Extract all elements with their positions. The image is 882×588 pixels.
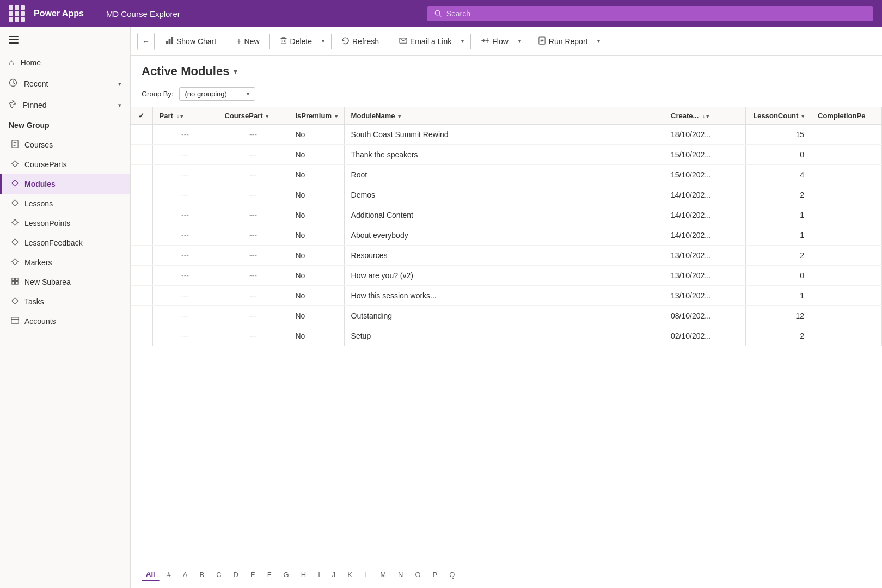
cell-part: --- (152, 286, 218, 306)
modules-icon (11, 179, 19, 189)
table-row[interactable]: --- --- No South Coast Summit Rewind 18/… (131, 125, 882, 145)
pagination-letter-d[interactable]: D (229, 568, 243, 581)
table-row[interactable]: --- --- No How are you? (v2) 13/10/202..… (131, 266, 882, 286)
groupby-select[interactable]: (no grouping) ▾ (179, 87, 255, 101)
sidebar-item-markers[interactable]: Markers (0, 253, 130, 272)
col-coursepart[interactable]: CoursePart ▾ (218, 107, 289, 125)
col-check[interactable]: ✓ (131, 107, 152, 125)
show-chart-button[interactable]: Show Chart (160, 33, 222, 50)
sidebar-item-pinned[interactable]: Pinned ▾ (0, 95, 130, 115)
sidebar-item-courses[interactable]: Courses (0, 135, 130, 155)
col-ispremium[interactable]: isPremium ▾ (289, 107, 344, 125)
cell-ispremium: No (289, 145, 344, 165)
pagination-letter-n[interactable]: N (394, 568, 407, 581)
sidebar-item-lessons[interactable]: Lessons (0, 194, 130, 213)
pagination-letter-p[interactable]: P (428, 568, 442, 581)
flow-chevron-icon[interactable]: ▾ (516, 35, 523, 47)
sidebar-item-modules[interactable]: Modules (0, 174, 130, 194)
pagination-letter-l[interactable]: L (360, 568, 372, 581)
run-report-chevron-icon[interactable]: ▾ (595, 35, 602, 47)
cell-modulename[interactable]: How this session works... (344, 286, 664, 306)
table-row[interactable]: --- --- No Additional Content 14/10/202.… (131, 205, 882, 225)
flow-button[interactable]: Flow (475, 33, 514, 50)
courses-icon (11, 140, 19, 150)
cell-modulename[interactable]: Outstanding (344, 306, 664, 326)
cell-modulename[interactable]: Resources (344, 246, 664, 266)
cell-check (131, 165, 152, 185)
separator-3 (331, 34, 332, 49)
cell-modulename[interactable]: Setup (344, 326, 664, 346)
pagination-letter-q[interactable]: Q (445, 568, 459, 581)
sidebar-toggle[interactable] (0, 27, 130, 52)
table-row[interactable]: --- --- No How this session works... 13/… (131, 286, 882, 306)
cell-modulename[interactable]: South Coast Summit Rewind (344, 125, 664, 145)
pagination-letter-all[interactable]: All (142, 568, 160, 581)
page-header: Active Modules ▾ (131, 56, 882, 83)
separator-2 (270, 34, 270, 49)
sidebar-item-lessonfeedback[interactable]: LessonFeedback (0, 233, 130, 253)
pagination-letter-k[interactable]: K (343, 568, 357, 581)
pagination-letter-e[interactable]: E (246, 568, 260, 581)
sidebar-item-recent[interactable]: Recent ▾ (0, 73, 130, 95)
pagination-letter-m[interactable]: M (376, 568, 390, 581)
cell-modulename[interactable]: Additional Content (344, 205, 664, 225)
search-input[interactable] (446, 9, 866, 18)
table-row[interactable]: --- --- No About everybody 14/10/202... … (131, 225, 882, 246)
pagination-letter-f[interactable]: F (263, 568, 276, 581)
sidebar-item-newsubarea[interactable]: New Subarea (0, 272, 130, 292)
back-button[interactable]: ← (137, 33, 155, 50)
delete-chevron-icon[interactable]: ▾ (320, 35, 327, 47)
table-row[interactable]: --- --- No Root 15/10/202... 4 (131, 165, 882, 185)
email-chevron-icon[interactable]: ▾ (459, 35, 466, 47)
table-row[interactable]: --- --- No Thank the speakers 15/10/202.… (131, 145, 882, 165)
search-bar[interactable] (427, 6, 873, 21)
svg-rect-7 (12, 278, 15, 281)
pagination-letter-h[interactable]: H (297, 568, 310, 581)
cell-modulename[interactable]: Root (344, 165, 664, 185)
run-report-button[interactable]: Run Report (532, 33, 593, 50)
cell-ispremium: No (289, 225, 344, 246)
app-grid-icon[interactable] (9, 5, 25, 22)
cell-part: --- (152, 185, 218, 205)
sidebar-item-courseparts[interactable]: CourseParts (0, 155, 130, 174)
back-icon: ← (142, 37, 150, 46)
delete-button[interactable]: Delete (274, 33, 317, 49)
pagination-letter-j[interactable]: J (328, 568, 340, 581)
cell-modulename[interactable]: Demos (344, 185, 664, 205)
cell-created: 13/10/202... (664, 246, 746, 266)
table-row[interactable]: --- --- No Outstanding 08/10/202... 12 (131, 306, 882, 326)
col-created[interactable]: Create... ↓▾ (664, 107, 746, 125)
chart-icon (166, 36, 174, 46)
table-row[interactable]: --- --- No Setup 02/10/202... 2 (131, 326, 882, 346)
cell-modulename[interactable]: About everybody (344, 225, 664, 246)
sidebar-item-accounts[interactable]: Accounts (0, 311, 130, 331)
pagination-letter-a[interactable]: A (179, 568, 192, 581)
pagination-letter-i[interactable]: I (314, 568, 324, 581)
cell-modulename[interactable]: Thank the speakers (344, 145, 664, 165)
pagination-letter-o[interactable]: O (411, 568, 425, 581)
pagination-letter-#[interactable]: # (163, 568, 175, 581)
table-row[interactable]: --- --- No Resources 13/10/202... 2 (131, 246, 882, 266)
cell-part: --- (152, 246, 218, 266)
markers-icon (11, 258, 19, 267)
pagination-letter-b[interactable]: B (195, 568, 209, 581)
pagination-letter-g[interactable]: G (279, 568, 293, 581)
col-modulename[interactable]: ModuleName ▾ (344, 107, 664, 125)
cell-modulename[interactable]: How are you? (v2) (344, 266, 664, 286)
col-completionpe[interactable]: CompletionPe (811, 107, 882, 125)
col-lessoncount[interactable]: LessonCount ▾ (746, 107, 811, 125)
page-title-chevron-icon[interactable]: ▾ (234, 67, 237, 76)
refresh-button[interactable]: Refresh (336, 33, 384, 50)
new-button[interactable]: + New (231, 33, 265, 50)
cell-ispremium: No (289, 326, 344, 346)
cell-created: 18/10/202... (664, 125, 746, 145)
sidebar-item-home[interactable]: ⌂ Home (0, 52, 130, 73)
col-part[interactable]: Part ↓▾ (152, 107, 218, 125)
email-link-button[interactable]: Email a Link (394, 33, 457, 50)
sidebar-item-tasks[interactable]: Tasks (0, 292, 130, 311)
sidebar-item-lessonpoints[interactable]: LessonPoints (0, 213, 130, 233)
pagination-row: All#ABCDEFGHIJKLMNOPQ (131, 561, 882, 588)
pagination-letter-c[interactable]: C (212, 568, 225, 581)
table-row[interactable]: --- --- No Demos 14/10/202... 2 (131, 185, 882, 205)
topbar-divider (95, 7, 95, 20)
